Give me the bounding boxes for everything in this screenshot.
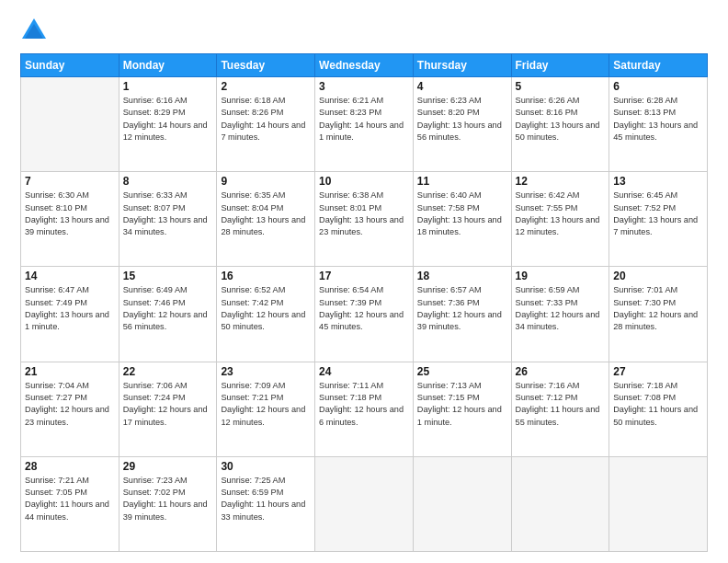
day-info: Sunrise: 7:09 AMSunset: 7:21 PMDaylight:…: [221, 380, 311, 429]
day-number: 10: [319, 175, 409, 188]
day-info: Sunrise: 6:26 AMSunset: 8:16 PMDaylight:…: [516, 95, 606, 144]
calendar-cell: 26 Sunrise: 7:16 AMSunset: 7:12 PMDaylig…: [511, 362, 609, 456]
day-info: Sunrise: 6:38 AMSunset: 8:01 PMDaylight:…: [319, 190, 409, 238]
calendar-cell: 25 Sunrise: 7:13 AMSunset: 7:15 PMDaylig…: [413, 362, 511, 456]
day-info: Sunrise: 7:18 AMSunset: 7:08 PMDaylight:…: [613, 380, 703, 429]
day-info: Sunrise: 6:45 AMSunset: 7:52 PMDaylight:…: [613, 190, 703, 238]
week-row-0: 1 Sunrise: 6:16 AMSunset: 8:29 PMDayligh…: [21, 77, 708, 172]
day-number: 26: [516, 365, 606, 378]
calendar-cell: 20 Sunrise: 7:01 AMSunset: 7:30 PMDaylig…: [609, 267, 708, 362]
day-number: 13: [613, 175, 703, 188]
day-number: 20: [613, 270, 703, 282]
day-number: 27: [613, 365, 703, 378]
calendar-cell: 27 Sunrise: 7:18 AMSunset: 7:08 PMDaylig…: [609, 362, 708, 456]
calendar-cell: 12 Sunrise: 6:42 AMSunset: 7:55 PMDaylig…: [511, 172, 609, 267]
day-number: 12: [516, 175, 606, 188]
calendar-cell: 19 Sunrise: 6:59 AMSunset: 7:33 PMDaylig…: [511, 267, 609, 362]
page: SundayMondayTuesdayWednesdayThursdayFrid…: [0, 0, 728, 563]
calendar-cell: 14 Sunrise: 6:47 AMSunset: 7:49 PMDaylig…: [21, 267, 119, 362]
calendar-cell: 2 Sunrise: 6:18 AMSunset: 8:26 PMDayligh…: [217, 77, 315, 172]
calendar-cell: 4 Sunrise: 6:23 AMSunset: 8:20 PMDayligh…: [413, 77, 511, 172]
calendar-cell: [315, 456, 414, 551]
calendar-cell: 16 Sunrise: 6:52 AMSunset: 7:42 PMDaylig…: [217, 267, 315, 362]
calendar-cell: 6 Sunrise: 6:28 AMSunset: 8:13 PMDayligh…: [609, 77, 708, 172]
calendar-cell: 21 Sunrise: 7:04 AMSunset: 7:27 PMDaylig…: [21, 362, 119, 456]
calendar-cell: 24 Sunrise: 7:11 AMSunset: 7:18 PMDaylig…: [315, 362, 414, 456]
day-number: 15: [123, 270, 213, 282]
day-info: Sunrise: 6:59 AMSunset: 7:33 PMDaylight:…: [516, 284, 606, 333]
calendar-cell: 5 Sunrise: 6:26 AMSunset: 8:16 PMDayligh…: [511, 77, 609, 172]
week-row-4: 28 Sunrise: 7:21 AMSunset: 7:05 PMDaylig…: [21, 456, 708, 551]
calendar-cell: 3 Sunrise: 6:21 AMSunset: 8:23 PMDayligh…: [315, 77, 414, 172]
day-info: Sunrise: 7:11 AMSunset: 7:18 PMDaylight:…: [319, 380, 409, 429]
weekday-header-tuesday: Tuesday: [217, 54, 315, 77]
day-number: 24: [319, 365, 409, 378]
calendar-cell: [609, 456, 708, 551]
day-number: 3: [319, 80, 409, 93]
calendar-cell: [21, 77, 119, 172]
day-number: 30: [221, 460, 311, 473]
day-info: Sunrise: 6:16 AMSunset: 8:29 PMDaylight:…: [123, 95, 213, 144]
calendar-cell: 29 Sunrise: 7:23 AMSunset: 7:02 PMDaylig…: [119, 456, 217, 551]
day-info: Sunrise: 6:23 AMSunset: 8:20 PMDaylight:…: [417, 95, 507, 144]
day-number: 21: [25, 365, 115, 378]
day-number: 7: [25, 175, 115, 188]
day-info: Sunrise: 6:35 AMSunset: 8:04 PMDaylight:…: [221, 190, 311, 238]
week-row-2: 14 Sunrise: 6:47 AMSunset: 7:49 PMDaylig…: [21, 267, 708, 362]
weekday-header-row: SundayMondayTuesdayWednesdayThursdayFrid…: [21, 54, 708, 77]
logo: [20, 17, 51, 44]
day-info: Sunrise: 6:40 AMSunset: 7:58 PMDaylight:…: [417, 190, 507, 238]
day-info: Sunrise: 7:16 AMSunset: 7:12 PMDaylight:…: [516, 380, 606, 429]
day-number: 1: [123, 80, 213, 93]
weekday-header-saturday: Saturday: [609, 54, 708, 77]
calendar-cell: 17 Sunrise: 6:54 AMSunset: 7:39 PMDaylig…: [315, 267, 414, 362]
day-info: Sunrise: 6:49 AMSunset: 7:46 PMDaylight:…: [123, 284, 213, 333]
day-number: 22: [123, 365, 213, 378]
weekday-header-friday: Friday: [511, 54, 609, 77]
calendar: SundayMondayTuesdayWednesdayThursdayFrid…: [20, 53, 708, 552]
calendar-cell: [511, 456, 609, 551]
day-number: 8: [123, 175, 213, 188]
calendar-cell: 1 Sunrise: 6:16 AMSunset: 8:29 PMDayligh…: [119, 77, 217, 172]
calendar-cell: [413, 456, 511, 551]
day-info: Sunrise: 6:52 AMSunset: 7:42 PMDaylight:…: [221, 284, 311, 333]
day-info: Sunrise: 6:18 AMSunset: 8:26 PMDaylight:…: [221, 95, 311, 144]
week-row-3: 21 Sunrise: 7:04 AMSunset: 7:27 PMDaylig…: [21, 362, 708, 456]
day-info: Sunrise: 6:57 AMSunset: 7:36 PMDaylight:…: [417, 284, 507, 333]
day-number: 28: [25, 460, 115, 473]
weekday-header-sunday: Sunday: [21, 54, 119, 77]
day-info: Sunrise: 6:42 AMSunset: 7:55 PMDaylight:…: [516, 190, 606, 238]
day-number: 5: [516, 80, 606, 93]
weekday-header-wednesday: Wednesday: [315, 54, 414, 77]
day-number: 16: [221, 270, 311, 282]
day-info: Sunrise: 6:54 AMSunset: 7:39 PMDaylight:…: [319, 284, 409, 333]
day-number: 14: [25, 270, 115, 282]
calendar-cell: 9 Sunrise: 6:35 AMSunset: 8:04 PMDayligh…: [217, 172, 315, 267]
calendar-cell: 28 Sunrise: 7:21 AMSunset: 7:05 PMDaylig…: [21, 456, 119, 551]
day-number: 19: [516, 270, 606, 282]
day-info: Sunrise: 6:21 AMSunset: 8:23 PMDaylight:…: [319, 95, 409, 144]
week-row-1: 7 Sunrise: 6:30 AMSunset: 8:10 PMDayligh…: [21, 172, 708, 267]
day-info: Sunrise: 6:33 AMSunset: 8:07 PMDaylight:…: [123, 190, 213, 238]
calendar-cell: 23 Sunrise: 7:09 AMSunset: 7:21 PMDaylig…: [217, 362, 315, 456]
calendar-cell: 30 Sunrise: 7:25 AMSunset: 6:59 PMDaylig…: [217, 456, 315, 551]
day-info: Sunrise: 7:25 AMSunset: 6:59 PMDaylight:…: [221, 475, 311, 523]
day-info: Sunrise: 6:28 AMSunset: 8:13 PMDaylight:…: [613, 95, 703, 144]
day-number: 6: [613, 80, 703, 93]
calendar-cell: 18 Sunrise: 6:57 AMSunset: 7:36 PMDaylig…: [413, 267, 511, 362]
calendar-cell: 10 Sunrise: 6:38 AMSunset: 8:01 PMDaylig…: [315, 172, 414, 267]
day-number: 2: [221, 80, 311, 93]
calendar-cell: 8 Sunrise: 6:33 AMSunset: 8:07 PMDayligh…: [119, 172, 217, 267]
calendar-cell: 11 Sunrise: 6:40 AMSunset: 7:58 PMDaylig…: [413, 172, 511, 267]
day-info: Sunrise: 7:06 AMSunset: 7:24 PMDaylight:…: [123, 380, 213, 429]
day-number: 4: [417, 80, 507, 93]
day-number: 11: [417, 175, 507, 188]
day-info: Sunrise: 6:47 AMSunset: 7:49 PMDaylight:…: [25, 284, 115, 333]
day-number: 18: [417, 270, 507, 282]
day-info: Sunrise: 7:01 AMSunset: 7:30 PMDaylight:…: [613, 284, 703, 333]
calendar-cell: 13 Sunrise: 6:45 AMSunset: 7:52 PMDaylig…: [609, 172, 708, 267]
day-number: 29: [123, 460, 213, 473]
day-number: 23: [221, 365, 311, 378]
day-info: Sunrise: 7:23 AMSunset: 7:02 PMDaylight:…: [123, 475, 213, 523]
day-number: 25: [417, 365, 507, 378]
